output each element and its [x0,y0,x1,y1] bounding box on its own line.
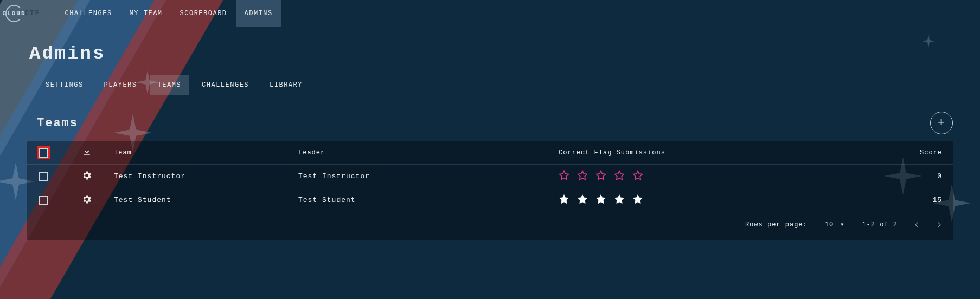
teams-table: Team Leader Correct Flag Submissions Sco… [27,141,953,240]
col-header-leader: Leader [298,149,559,157]
row-checkbox[interactable] [39,196,48,205]
subnav-label: LIBRARY [270,81,303,89]
page-range-text: 1-2 of 2 [862,221,898,229]
star-icon [595,194,606,207]
star-icon [632,170,643,183]
subnav-label: PLAYERS [104,81,137,89]
subnav-label: CHALLENGES [202,81,249,89]
star-icon [614,194,625,207]
nav-label: CHALLENGES [65,10,112,17]
next-page-button[interactable] [936,221,943,229]
cell-stars [559,194,721,207]
nav-challenges[interactable]: CHALLENGES [56,0,121,27]
logo-ctf-text: CTF [25,10,40,17]
star-icon [559,170,569,183]
gear-icon[interactable] [81,194,92,207]
table-pagination: Rows per page: 10 ▾ 1-2 of 2 [27,212,953,237]
chevron-down-icon: ▾ [840,220,844,229]
star-icon [614,170,625,183]
admin-subnav: SETTINGS PLAYERS TEAMS CHALLENGES LIBRAR… [38,75,953,95]
nav-label: MY TEAM [130,10,163,17]
star-icon [577,194,588,207]
logo-ring-icon: CLOUD [5,5,23,22]
col-header-team: Team [114,149,298,157]
subnav-settings[interactable]: SETTINGS [38,75,91,95]
table-row: Test Student Test Student 15 [27,188,953,212]
gear-icon[interactable] [81,170,92,183]
star-icon [559,194,569,207]
rows-per-page-select[interactable]: 10 ▾ [823,219,847,230]
table-row: Test Instructor Test Instructor 0 [27,165,953,188]
rows-per-page-label: Rows per page: [745,221,808,229]
top-navbar: CLOUD CTF CHALLENGES MY TEAM SCOREBOARD … [0,0,980,27]
logo-cloud-text: CLOUD [3,10,26,17]
cell-score: 0 [721,172,953,180]
rows-per-page-value: 10 [825,221,834,229]
cell-leader: Test Instructor [298,172,559,180]
logo[interactable]: CLOUD CTF [5,5,40,22]
pager-nav [913,221,943,229]
table-header-row: Team Leader Correct Flag Submissions Sco… [27,141,953,165]
plus-icon: + [938,116,945,130]
section-header: Teams + [27,112,953,134]
download-icon[interactable] [81,146,92,159]
page-title: Admins [29,43,953,64]
subnav-label: TEAMS [158,81,182,89]
cell-score: 15 [721,196,953,204]
prev-page-button[interactable] [913,221,920,229]
nav-my-team[interactable]: MY TEAM [121,0,171,27]
cell-leader: Test Student [298,196,559,204]
subnav-label: SETTINGS [46,81,84,89]
subnav-library[interactable]: LIBRARY [262,75,310,95]
select-all-checkbox[interactable] [39,148,48,158]
primary-nav: CHALLENGES MY TEAM SCOREBOARD ADMINS [56,0,281,27]
star-icon [632,194,643,207]
star-icon [595,170,606,183]
subnav-players[interactable]: PLAYERS [97,75,145,95]
col-header-submissions: Correct Flag Submissions [559,149,721,157]
cell-stars [559,170,721,183]
nav-label: ADMINS [245,10,273,17]
star-icon [577,170,588,183]
add-team-button[interactable]: + [930,112,953,134]
cell-team: Test Instructor [114,172,298,180]
subnav-teams[interactable]: TEAMS [150,75,189,95]
subnav-challenges[interactable]: CHALLENGES [194,75,257,95]
nav-scoreboard[interactable]: SCOREBOARD [171,0,236,27]
section-title: Teams [37,116,78,130]
cell-team: Test Student [114,196,298,204]
row-checkbox[interactable] [39,172,48,181]
col-header-score: Score [721,149,953,157]
page-body: Admins SETTINGS PLAYERS TEAMS CHALLENGES… [0,27,980,240]
nav-admins[interactable]: ADMINS [236,0,281,27]
nav-label: SCOREBOARD [180,10,227,17]
